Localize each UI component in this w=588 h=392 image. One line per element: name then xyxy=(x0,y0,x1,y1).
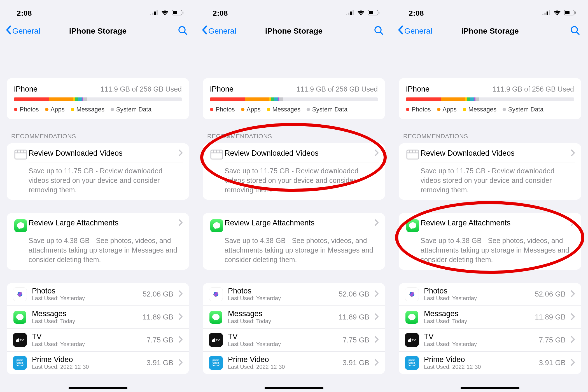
app-last-used: Last Used: Yesterday xyxy=(228,295,333,302)
recommendation-card[interactable]: Review Large AttachmentsSave up to 4.38 … xyxy=(7,213,189,269)
chevron-right-icon xyxy=(571,313,575,321)
recommendations-header: RECOMMENDATIONS xyxy=(0,133,196,143)
prime-video-app-icon: primevideo xyxy=(13,356,27,370)
app-row[interactable]: tvTVLast Used: Yesterday7.75 GB xyxy=(399,328,581,351)
svg-rect-25 xyxy=(353,10,354,15)
app-name: TV xyxy=(32,333,142,341)
storage-segment xyxy=(245,97,269,101)
search-button[interactable] xyxy=(374,25,384,37)
back-button[interactable]: General xyxy=(6,25,40,37)
legend-label: Apps xyxy=(51,106,65,113)
device-name: iPhone xyxy=(406,85,430,94)
storage-segment xyxy=(274,97,278,101)
legend-item: Messages xyxy=(267,106,300,113)
legend-dot-icon xyxy=(14,108,17,111)
app-row[interactable]: MessagesLast Used: Today11.89 GB xyxy=(203,305,385,328)
chevron-right-icon xyxy=(178,149,183,158)
storage-bar xyxy=(210,97,378,101)
search-button[interactable] xyxy=(570,25,580,37)
app-row[interactable]: tvTVLast Used: Yesterday7.75 GB xyxy=(7,328,189,351)
app-size: 3.91 GB xyxy=(343,358,369,367)
app-last-used: Last Used: Yesterday xyxy=(228,341,338,347)
app-row[interactable]: MessagesLast Used: Today11.89 GB xyxy=(7,305,189,328)
svg-rect-1 xyxy=(152,13,153,15)
storage-segment xyxy=(73,97,75,101)
legend-dot-icon xyxy=(210,108,213,111)
home-indicator xyxy=(265,387,323,389)
legend-item: Messages xyxy=(463,106,496,113)
recommendation-card[interactable]: Review Large AttachmentsSave up to 4.38 … xyxy=(203,213,385,269)
app-size: 3.91 GB xyxy=(539,358,566,367)
legend-item: Apps xyxy=(437,106,457,113)
storage-segment xyxy=(78,97,82,101)
legend-item: Messages xyxy=(71,106,104,113)
chevron-right-icon xyxy=(571,336,575,344)
search-button[interactable] xyxy=(178,25,188,37)
battery-icon xyxy=(564,10,576,17)
app-size: 7.75 GB xyxy=(539,336,566,344)
chevron-right-icon xyxy=(178,359,183,367)
app-row[interactable]: primevideoPrime VideoLast Used: 2022-12-… xyxy=(399,351,581,374)
app-size: 11.89 GB xyxy=(339,313,369,321)
recommendation-card[interactable]: Review Downloaded VideosSave up to 11.75… xyxy=(399,143,581,200)
storage-summary-card: iPhone111.9 GB of 256 GB UsedPhotosAppsM… xyxy=(7,78,189,119)
legend-item: Apps xyxy=(45,106,65,113)
wifi-icon xyxy=(161,10,169,17)
app-last-used: Last Used: 2022-12-30 xyxy=(424,364,534,370)
storage-used-text: 111.9 GB of 256 GB Used xyxy=(297,85,378,93)
tv-app-icon: tv xyxy=(209,333,223,347)
recommendation-card[interactable]: Review Large AttachmentsSave up to 4.38 … xyxy=(399,213,581,269)
storage-segment xyxy=(83,97,87,101)
svg-rect-44 xyxy=(542,14,543,15)
chevron-right-icon xyxy=(178,336,183,344)
svg-rect-28 xyxy=(379,11,379,14)
storage-segment xyxy=(14,97,49,101)
storage-segment xyxy=(49,97,73,101)
legend-item: Photos xyxy=(14,106,39,113)
app-row[interactable]: PhotosLast Used: Yesterday52.06 GB xyxy=(399,283,581,306)
legend-item: Photos xyxy=(406,106,431,113)
legend-label: Photos xyxy=(20,106,39,113)
photos-app-icon xyxy=(209,287,223,301)
legend-dot-icon xyxy=(111,108,114,111)
chevron-right-icon xyxy=(178,290,183,298)
app-row[interactable]: PhotosLast Used: Yesterday52.06 GB xyxy=(7,283,189,306)
app-row[interactable]: PhotosLast Used: Yesterday52.06 GB xyxy=(203,283,385,306)
messages-icon xyxy=(209,219,225,264)
messages-icon xyxy=(13,219,29,264)
app-row[interactable]: MessagesLast Used: Today11.89 GB xyxy=(399,305,581,328)
tv-app-icon: tv xyxy=(13,333,27,347)
app-last-used: Last Used: Yesterday xyxy=(32,341,142,347)
battery-icon xyxy=(368,10,379,17)
legend-dot-icon xyxy=(463,108,466,111)
status-bar: 2:08 xyxy=(392,0,588,22)
svg-rect-45 xyxy=(544,13,546,15)
legend-item: System Data xyxy=(111,106,151,113)
legend-dot-icon xyxy=(45,108,48,111)
storage-legend: PhotosAppsMessagesSystem Data xyxy=(406,106,574,113)
chevron-right-icon xyxy=(374,336,379,344)
svg-rect-2 xyxy=(154,11,156,15)
app-name: Prime Video xyxy=(228,356,338,364)
chevron-right-icon xyxy=(374,313,379,321)
app-row[interactable]: tvTVLast Used: Yesterday7.75 GB xyxy=(203,328,385,351)
legend-item: System Data xyxy=(307,106,347,113)
app-row[interactable]: primevideoPrime VideoLast Used: 2022-12-… xyxy=(7,351,189,374)
recommendation-card[interactable]: Review Downloaded VideosSave up to 11.75… xyxy=(7,143,189,200)
iphone-storage-screen: 2:08GeneraliPhone StorageiPhone111.9 GB … xyxy=(0,0,196,392)
back-button[interactable]: General xyxy=(398,25,432,37)
app-last-used: Last Used: Today xyxy=(228,318,333,325)
legend-dot-icon xyxy=(241,108,244,111)
app-size: 11.89 GB xyxy=(535,313,566,321)
messages-app-icon xyxy=(13,310,27,324)
prime-video-app-icon: primevideo xyxy=(209,356,223,370)
back-button[interactable]: General xyxy=(202,25,236,37)
app-name: Prime Video xyxy=(424,356,534,364)
app-size: 52.06 GB xyxy=(535,290,566,298)
prime-video-app-icon: primevideo xyxy=(405,356,419,370)
status-time: 2:08 xyxy=(409,9,424,18)
app-row[interactable]: primevideoPrime VideoLast Used: 2022-12-… xyxy=(203,351,385,374)
svg-rect-46 xyxy=(547,11,548,15)
app-last-used: Last Used: Today xyxy=(424,318,530,325)
recommendation-card[interactable]: Review Downloaded VideosSave up to 11.75… xyxy=(203,143,385,200)
